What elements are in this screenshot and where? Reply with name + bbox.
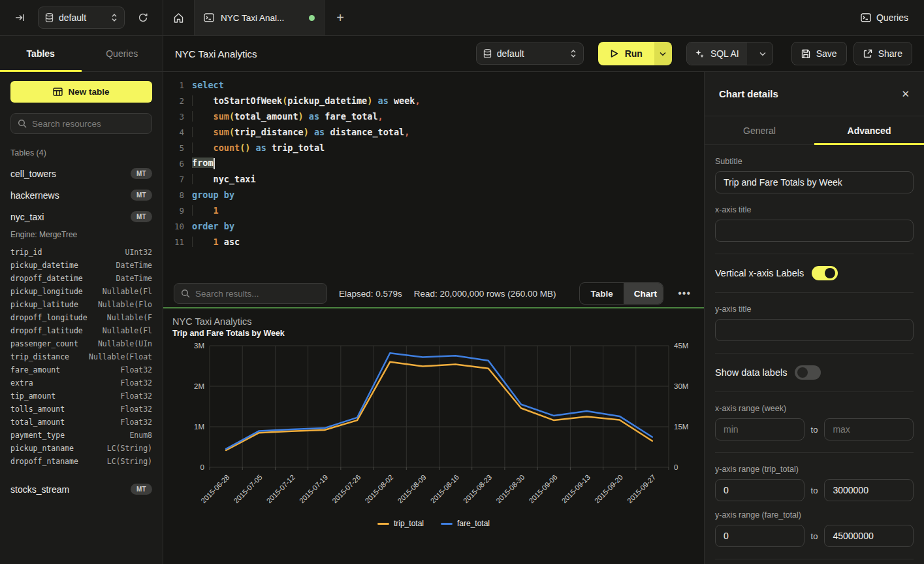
table-item-cell-towers[interactable]: cell_towers MT [10,163,152,184]
collapse-sidebar-icon[interactable] [10,8,29,27]
share-button[interactable]: Share [853,42,912,65]
column-type: LC(String) [107,457,152,466]
table-item-hackernews[interactable]: hackernews MT [10,184,152,206]
column-row[interactable]: payment_typeEnum8 [10,429,152,442]
code-text: order by [184,221,234,231]
new-table-button[interactable]: New table [10,81,152,103]
svg-text:2015-08-23: 2015-08-23 [462,473,493,505]
column-type: Float32 [121,391,152,401]
query-tab-icon [204,13,214,22]
table-item-stocks-stream[interactable]: stocks_stream MT [10,478,152,500]
subtitle-input[interactable] [715,171,914,193]
run-options-chevron[interactable] [654,42,672,65]
tables-section-title: Tables (4) [10,148,152,158]
column-row[interactable]: total_amountFloat32 [10,416,152,429]
elapsed-time: Elapsed: 0.579s [339,289,402,299]
table-name: nyc_taxi [10,212,44,222]
column-type: Enum8 [129,431,152,440]
view-chart-tab[interactable]: Chart [624,283,663,304]
table-name: stocks_stream [10,484,69,495]
tab-advanced[interactable]: Advanced [814,116,924,144]
sql-ai-button[interactable]: SQL AI [687,42,747,65]
to-label: to [811,531,818,541]
database-icon [45,13,54,22]
yaxis-range-trip-max-input[interactable] [824,479,914,501]
new-tab-button[interactable]: + [325,0,356,35]
column-row[interactable]: pickup_longitudeNullable(Fl [10,285,152,298]
column-row[interactable]: passenger_countNullable(UIn [10,337,152,350]
column-row[interactable]: dropoff_longitudeNullable(F [10,311,152,324]
yaxis-range-fare-label: y-axis range (fare_total) [715,510,914,520]
xaxis-range-label: x-axis range (week) [715,404,914,413]
column-row[interactable]: trip_idUInt32 [10,246,152,259]
show-data-labels-toggle[interactable] [795,365,821,380]
code-text: nyc_taxi [184,174,256,184]
sql-ai-chevron[interactable] [753,42,773,65]
panel-tabs: General Advanced [705,116,924,145]
yaxis-range-fare-max-input[interactable] [824,525,914,547]
legend-item-trip_total[interactable]: trip_total [377,519,424,528]
save-icon [801,49,810,58]
column-row[interactable]: dropoff_ntanameLC(String) [10,455,152,468]
table-name: hackernews [10,190,59,201]
column-name: pickup_longitude [10,287,83,296]
legend-item-fare_total[interactable]: fare_total [441,519,490,528]
svg-text:3M: 3M [194,342,204,350]
header-database-selector[interactable]: default [476,42,584,65]
tab-general[interactable]: General [705,116,814,144]
svg-text:2015-08-02: 2015-08-02 [363,473,394,505]
run-button[interactable]: Run [598,42,654,65]
sidebar-tab-tables[interactable]: Tables [0,36,82,71]
yaxis-title-input[interactable] [715,319,914,341]
panel-body: Subtitle x-axis title Vertical x-axis La… [705,145,924,564]
column-row[interactable]: fare_amountFloat32 [10,363,152,376]
yaxis-range-trip-min-input[interactable] [715,479,805,501]
query-title: NYC Taxi Analytics [175,48,470,59]
save-button[interactable]: Save [791,42,847,65]
svg-text:2015-07-05: 2015-07-05 [232,473,263,505]
column-row[interactable]: tip_amountFloat32 [10,390,152,403]
sql-editor[interactable]: 1select2 toStartOfWeek(pickup_datetime) … [163,72,704,280]
line-number: 3 [163,112,184,122]
column-row[interactable]: dropoff_datetimeDateTime [10,272,152,285]
sidebar: Tables Queries New table Tables (4) cell… [0,36,163,564]
more-options-icon[interactable]: ••• [675,288,693,299]
database-selector[interactable]: default [38,7,125,29]
yaxis-range-trip-label: y-axis range (trip_total) [715,465,914,474]
column-name: pickup_latitude [10,300,78,309]
column-type: Nullable(Fl [103,287,152,296]
xaxis-title-input[interactable] [715,220,914,242]
line-number: 6 [163,159,184,169]
run-button-group: Run [598,42,672,65]
close-icon[interactable]: ✕ [901,88,910,100]
refresh-icon[interactable] [134,8,152,27]
engine-badge: MT [131,211,152,222]
column-row[interactable]: dropoff_latitudeNullable(Fl [10,324,152,337]
save-label: Save [816,48,837,59]
column-row[interactable]: pickup_latitudeNullable(Flo [10,298,152,311]
table-item-nyc-taxi[interactable]: nyc_taxi MT [10,206,152,227]
rows-read: Read: 20,000,000 rows (260.00 MB) [414,289,556,299]
home-button[interactable] [163,0,194,35]
xaxis-range-max-input[interactable] [824,418,914,440]
view-table-tab[interactable]: Table [580,283,623,304]
column-row[interactable]: tolls_amountFloat32 [10,403,152,416]
column-type: DateTime [116,274,152,283]
column-row[interactable]: pickup_ntanameLC(String) [10,442,152,455]
column-row[interactable]: pickup_datetimeDateTime [10,259,152,272]
xaxis-range-min-input[interactable] [715,418,805,440]
sidebar-tab-queries[interactable]: Queries [82,36,163,71]
tab-nyc-taxi-analytics[interactable]: NYC Taxi Anal... [194,0,325,35]
search-resources-input[interactable] [32,119,145,129]
column-row[interactable]: extraFloat32 [10,376,152,390]
sidebar-tabs: Tables Queries [0,36,163,72]
yaxis-range-fare-min-input[interactable] [715,525,805,547]
vertical-xaxis-labels-toggle[interactable] [812,266,838,280]
search-results-input[interactable] [195,289,320,299]
engine-label: Engine: MergeTree [10,230,152,239]
column-name: extra [10,378,33,388]
to-label: to [811,425,818,435]
queries-nav-button[interactable]: Queries [845,0,924,35]
column-row[interactable]: trip_distanceNullable(Float [10,350,152,363]
svg-text:2015-08-30: 2015-08-30 [494,473,526,505]
